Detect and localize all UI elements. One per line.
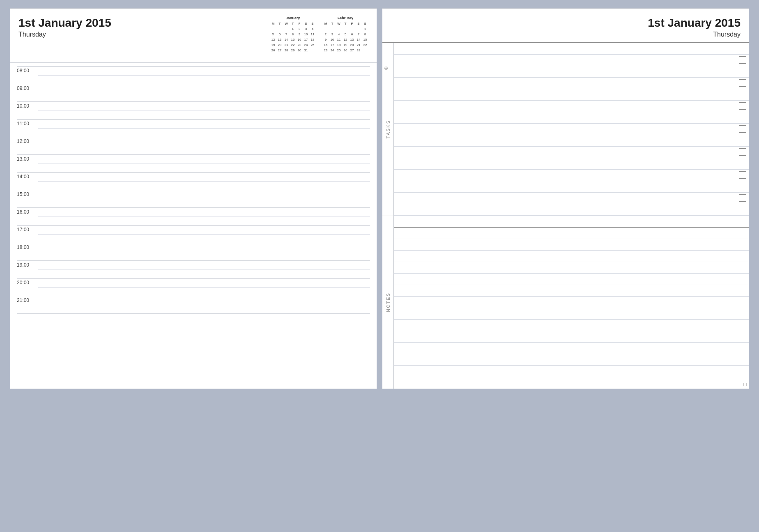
note-row[interactable] (394, 239, 749, 251)
task-row[interactable] (394, 158, 749, 170)
expand-icon[interactable]: ⊕ (384, 65, 388, 71)
task-row[interactable] (394, 147, 749, 158)
time-content-1400[interactable] (38, 173, 370, 190)
time-subline[interactable] (38, 234, 370, 243)
time-label-1400: 14:00 (17, 173, 38, 180)
note-row[interactable] (394, 320, 749, 331)
time-subline[interactable] (38, 305, 370, 313)
note-row[interactable] (394, 331, 749, 343)
time-subline[interactable] (38, 296, 370, 305)
time-subline[interactable] (38, 199, 370, 207)
time-subline[interactable] (38, 173, 370, 181)
time-content-1200[interactable] (38, 137, 370, 154)
time-subline[interactable] (38, 75, 370, 84)
time-subline[interactable] (38, 102, 370, 111)
time-subline[interactable] (38, 190, 370, 199)
task-row[interactable] (394, 112, 749, 124)
time-content-0800[interactable] (38, 67, 370, 84)
resize-icon[interactable]: ◻ (743, 381, 747, 387)
task-checkbox[interactable] (739, 102, 746, 110)
note-row[interactable] (394, 297, 749, 308)
task-row[interactable] (394, 193, 749, 204)
note-row[interactable] (394, 285, 749, 297)
jan-e3: · (283, 26, 290, 32)
time-label-2000: 20:00 (17, 279, 38, 286)
task-row[interactable] (394, 101, 749, 112)
time-subline[interactable] (38, 155, 370, 164)
task-row[interactable] (394, 170, 749, 181)
time-subline[interactable] (38, 269, 370, 278)
feb-d23: 23 (322, 48, 329, 53)
note-row[interactable] (394, 251, 749, 262)
time-subline[interactable] (38, 261, 370, 269)
task-row[interactable] (394, 124, 749, 135)
jan-d25: 25 (309, 42, 316, 48)
time-subline[interactable] (38, 226, 370, 234)
time-content-1700[interactable] (38, 226, 370, 243)
time-content-1600[interactable] (38, 208, 370, 225)
task-checkbox[interactable] (739, 160, 746, 167)
time-subline[interactable] (38, 111, 370, 119)
task-row[interactable] (394, 89, 749, 101)
time-subline[interactable] (38, 84, 370, 93)
right-main-date: 1st January 2015 (391, 16, 741, 30)
task-checkbox[interactable] (739, 183, 746, 190)
time-content-1100[interactable] (38, 120, 370, 137)
task-checkbox[interactable] (739, 68, 746, 75)
time-subline[interactable] (38, 208, 370, 216)
time-subline[interactable] (38, 128, 370, 137)
task-checkbox[interactable] (739, 171, 746, 179)
time-subline[interactable] (38, 164, 370, 172)
time-subline[interactable] (38, 243, 370, 252)
note-row[interactable] (394, 343, 749, 354)
task-row[interactable] (394, 204, 749, 216)
time-content-0900[interactable] (38, 84, 370, 101)
time-content-1000[interactable] (38, 102, 370, 119)
note-row[interactable] (394, 366, 749, 377)
task-row[interactable] (394, 181, 749, 193)
task-row[interactable] (394, 55, 749, 66)
task-checkbox[interactable] (739, 125, 746, 133)
task-checkbox[interactable] (739, 91, 746, 98)
time-row-1800: 18:00 (17, 243, 370, 260)
time-subline[interactable] (38, 252, 370, 260)
task-checkbox[interactable] (739, 137, 746, 144)
task-checkbox[interactable] (739, 218, 746, 225)
time-subline[interactable] (38, 120, 370, 128)
time-subline[interactable] (38, 181, 370, 190)
right-content-col (394, 43, 749, 389)
time-content-1300[interactable] (38, 155, 370, 172)
time-content-1500[interactable] (38, 190, 370, 207)
feb-d5: 5 (342, 32, 349, 37)
time-subline[interactable] (38, 137, 370, 146)
time-subline[interactable] (38, 146, 370, 154)
task-row[interactable] (394, 216, 749, 227)
time-subline[interactable] (38, 279, 370, 287)
note-row[interactable] (394, 262, 749, 274)
time-subline[interactable] (38, 67, 370, 75)
note-row[interactable] (394, 354, 749, 366)
time-content-2100[interactable] (38, 296, 370, 313)
task-checkbox[interactable] (739, 148, 746, 156)
time-subline[interactable] (38, 287, 370, 296)
time-subline[interactable] (38, 216, 370, 225)
note-row[interactable] (394, 377, 749, 389)
task-row[interactable] (394, 135, 749, 147)
task-row[interactable] (394, 66, 749, 78)
task-checkbox[interactable] (739, 114, 746, 121)
note-row[interactable] (394, 274, 749, 285)
time-content-1900[interactable] (38, 261, 370, 278)
task-row[interactable] (394, 43, 749, 55)
time-content-2000[interactable] (38, 279, 370, 296)
note-row[interactable] (394, 308, 749, 320)
task-row[interactable] (394, 78, 749, 89)
task-checkbox[interactable] (739, 194, 746, 202)
task-checkbox[interactable] (739, 206, 746, 213)
task-checkbox[interactable] (739, 79, 746, 87)
note-row[interactable] (394, 228, 749, 239)
task-checkbox[interactable] (739, 56, 746, 64)
time-subline[interactable] (38, 93, 370, 101)
jan-e11: · (309, 53, 316, 58)
task-checkbox[interactable] (739, 45, 746, 52)
time-content-1800[interactable] (38, 243, 370, 260)
